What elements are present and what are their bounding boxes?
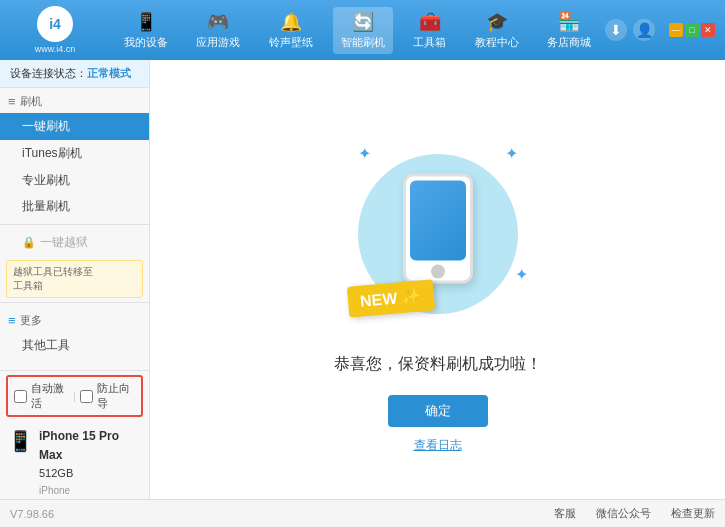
top-right-controls: ⬇ 👤 — □ ✕: [605, 19, 715, 41]
minimize-button[interactable]: —: [669, 23, 683, 37]
sparkle-icon-3: ✦: [515, 265, 528, 284]
top-nav: i4 www.i4.cn 📱 我的设备 🎮 应用游戏 🔔 铃声壁纸 🔄 智能刷机: [0, 0, 725, 60]
sidebar-item-one-key-flash[interactable]: 一键刷机: [0, 113, 149, 140]
device-type: iPhone: [39, 483, 141, 499]
toolbox-icon: 🧰: [417, 11, 443, 33]
auto-activate-checkbox[interactable]: [14, 390, 27, 403]
log-link[interactable]: 查看日志: [414, 437, 462, 454]
sidebar-divider-3: [0, 370, 149, 371]
app-logo: i4 www.i4.cn: [10, 6, 100, 54]
sidebar-item-download-firmware[interactable]: 下载固件: [0, 359, 149, 366]
sidebar: 设备连接状态：正常模式 ≡ 刷机 一键刷机 iTunes刷机 专业刷机 批量刷: [0, 60, 150, 527]
close-button[interactable]: ✕: [701, 23, 715, 37]
middle-layout: 设备连接状态：正常模式 ≡ 刷机 一键刷机 iTunes刷机 专业刷机 批量刷: [0, 60, 725, 527]
wechat-link[interactable]: 微信公众号: [596, 506, 651, 521]
sparkle-icon-2: ✦: [505, 144, 518, 163]
sidebar-divider-1: [0, 224, 149, 225]
device-phone-icon: 📱: [8, 429, 33, 453]
lock-icon: 🔒: [22, 236, 36, 249]
nav-items: 📱 我的设备 🎮 应用游戏 🔔 铃声壁纸 🔄 智能刷机 🧰 工具箱 🎓: [110, 7, 605, 54]
success-text: 恭喜您，保资料刷机成功啦！: [334, 354, 542, 375]
nav-apps-games[interactable]: 🎮 应用游戏: [188, 7, 248, 54]
more-section-header[interactable]: ≡ 更多: [0, 307, 149, 332]
main-content: ✦ ✦ ✦ NEW ✨ 恭喜您，保资料刷机成功啦！ 确定 查看日志: [150, 60, 725, 527]
smart-flash-icon: 🔄: [350, 11, 376, 33]
logo-icon: i4: [37, 6, 73, 42]
device-storage: 512GB: [39, 465, 141, 483]
bottom-bar: V7.98.66 客服 微信公众号 检查更新: [0, 499, 725, 527]
sidebar-top: 设备连接状态：正常模式 ≡ 刷机 一键刷机 iTunes刷机 专业刷机 批量刷: [0, 60, 149, 366]
checkbox-row: 自动激活 | 防止向导: [6, 375, 143, 417]
tutorial-icon: 🎓: [484, 11, 510, 33]
device-info: 📱 iPhone 15 Pro Max 512GB iPhone: [0, 421, 149, 505]
phone-illustration: ✦ ✦ ✦ NEW ✨: [338, 134, 538, 334]
phone-body: [403, 173, 473, 283]
phone-home-button: [431, 264, 445, 278]
apps-icon: 🎮: [205, 11, 231, 33]
customer-service-link[interactable]: 客服: [554, 506, 576, 521]
sidebar-item-itunes-flash[interactable]: iTunes刷机: [0, 140, 149, 167]
confirm-button[interactable]: 确定: [388, 395, 488, 427]
my-device-icon: 📱: [133, 11, 159, 33]
version-text: V7.98.66: [10, 508, 54, 520]
sparkle-icon-1: ✦: [358, 144, 371, 163]
nav-smart-flash[interactable]: 🔄 智能刷机: [333, 7, 393, 54]
device-name: iPhone 15 Pro Max: [39, 427, 141, 465]
more-section-icon: ≡: [8, 313, 16, 328]
time-guide-checkbox[interactable]: [80, 390, 93, 403]
nav-toolbox[interactable]: 🧰 工具箱: [405, 7, 454, 54]
phone-screen: [410, 180, 466, 260]
nav-tutorial[interactable]: 🎓 教程中心: [467, 7, 527, 54]
sidebar-item-other-tools[interactable]: 其他工具: [0, 332, 149, 359]
notice-box: 越狱工具已转移至工具箱: [6, 260, 143, 298]
flash-section-icon: ≡: [8, 94, 16, 109]
nav-service[interactable]: 🏪 务店商城: [539, 7, 599, 54]
app-window: i4 www.i4.cn 📱 我的设备 🎮 应用游戏 🔔 铃声壁纸 🔄 智能刷机: [0, 0, 725, 527]
status-bar: 设备连接状态：正常模式: [0, 60, 149, 88]
nav-ringtones[interactable]: 🔔 铃声壁纸: [261, 7, 321, 54]
download-btn[interactable]: ⬇: [605, 19, 627, 41]
user-btn[interactable]: 👤: [633, 19, 655, 41]
window-controls: — □ ✕: [669, 23, 715, 37]
service-icon: 🏪: [556, 11, 582, 33]
nav-my-device[interactable]: 📱 我的设备: [116, 7, 176, 54]
ringtone-icon: 🔔: [278, 11, 304, 33]
maximize-button[interactable]: □: [685, 23, 699, 37]
flash-section-header[interactable]: ≡ 刷机: [0, 88, 149, 113]
sidebar-item-batch-flash[interactable]: 批量刷机: [0, 193, 149, 220]
check-update-link[interactable]: 检查更新: [671, 506, 715, 521]
sidebar-disabled-jailbreak: 🔒 一键越狱: [0, 229, 149, 256]
sidebar-divider-2: [0, 302, 149, 303]
sidebar-item-pro-flash[interactable]: 专业刷机: [0, 167, 149, 194]
device-details: iPhone 15 Pro Max 512GB iPhone: [39, 427, 141, 499]
